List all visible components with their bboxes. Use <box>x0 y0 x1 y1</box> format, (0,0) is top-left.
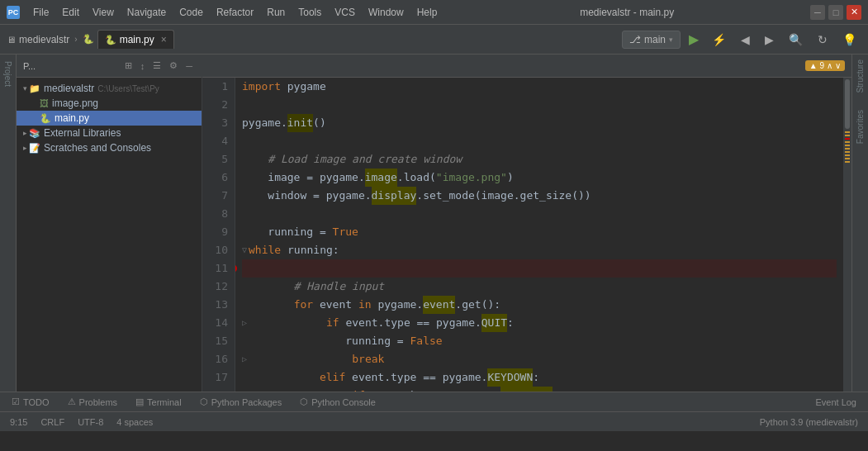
code-event-in: event <box>313 296 358 314</box>
kw-import: import <box>242 78 281 96</box>
png-icon: 🖼 <box>40 98 49 108</box>
warning-indicator-8 <box>845 158 850 159</box>
app-icon: PC <box>7 6 20 19</box>
code-image-assign: image = pygame. <box>242 169 365 187</box>
tab-problems[interactable]: ⚠ Problems <box>59 395 126 409</box>
menu-code[interactable]: Code <box>173 5 210 20</box>
code-line-5: # Load image and create window <box>242 150 837 169</box>
menu-vcs[interactable]: VCS <box>328 5 362 20</box>
status-bar: 9:15 CRLF UTF-8 4 spaces Python 3.9 (med… <box>0 411 868 431</box>
panel-title: P... <box>23 61 36 71</box>
todo-icon: ☑ <box>12 396 20 407</box>
back-button[interactable]: ◀ <box>736 31 755 48</box>
menu-tools[interactable]: Tools <box>292 5 328 20</box>
menu-navigate[interactable]: Navigate <box>121 5 173 20</box>
paren: () <box>313 114 326 132</box>
event-log-label: Event Log <box>815 397 856 407</box>
kw-break: break <box>352 350 384 368</box>
status-indent[interactable]: 4 spaces <box>113 417 156 427</box>
structure-strip-label[interactable]: Structure <box>854 55 866 98</box>
code-colon: : <box>507 314 514 332</box>
root-label: medievalstr <box>44 83 94 94</box>
maximize-button[interactable]: □ <box>828 5 843 20</box>
code-line-16: ▷ break <box>242 350 837 368</box>
window-controls: ─ □ ✕ <box>810 5 861 20</box>
code-colon2: : <box>533 368 539 387</box>
code-running-assign: running = <box>242 223 333 241</box>
panel-settings-btn[interactable]: ⚙ <box>167 59 180 72</box>
menu-view[interactable]: View <box>86 5 121 20</box>
warning-down-icon[interactable]: ∨ <box>835 61 841 70</box>
tree-external-libs[interactable]: ▸ 📚 External Libraries <box>17 126 202 140</box>
tab-event-log[interactable]: Event Log <box>807 396 865 409</box>
line-num-2: 2 <box>209 96 228 114</box>
menu-window[interactable]: Window <box>362 5 410 20</box>
code-line-8 <box>242 205 837 223</box>
plugin-button[interactable]: ⚡ <box>707 31 731 48</box>
tab-python-packages[interactable]: ⬡ Python Packages <box>192 395 291 409</box>
menu-run[interactable]: Run <box>260 5 292 20</box>
main-py-label: main.py <box>55 112 89 124</box>
favorites-strip-label[interactable]: Favorites <box>854 105 866 149</box>
forward-button[interactable]: ▶ <box>760 31 779 48</box>
close-button[interactable]: ✕ <box>847 5 861 20</box>
code-line-4 <box>242 132 837 150</box>
update-button[interactable]: ↻ <box>813 31 832 48</box>
panel-close-btn[interactable]: ─ <box>183 60 195 72</box>
menu-file[interactable]: File <box>26 5 55 20</box>
code-content[interactable]: import pygame pygame.init() # Load image… <box>235 78 843 392</box>
minimize-button[interactable]: ─ <box>810 5 825 20</box>
tree-root[interactable]: ▾ 📁 medievalstr C:\Users\Test\Py <box>17 81 202 96</box>
status-encoding[interactable]: UTF-8 <box>74 417 107 427</box>
status-line-ending[interactable]: CRLF <box>37 417 68 427</box>
code-if2-indent <box>249 387 352 392</box>
warning-indicator-6 <box>845 151 850 153</box>
run-button[interactable]: ▶ <box>685 30 702 49</box>
close-tab-icon[interactable]: × <box>161 34 167 45</box>
warning-badge[interactable]: ▲ 9 ∧ ∨ <box>805 60 845 71</box>
kw-elif: elif <box>320 368 345 387</box>
status-python-version[interactable]: Python 3.9 (medievalstr) <box>757 417 861 427</box>
branch-dropdown-icon: ▾ <box>669 36 673 44</box>
code-line-14: ▷ if event.type == pygame.QUIT: <box>242 314 837 332</box>
fold-icon-14[interactable]: ▷ <box>242 314 247 332</box>
project-name[interactable]: medievalstr <box>19 34 69 45</box>
project-panel: P... ⊞ ↕ ☰ ⚙ ─ ▾ 📁 medievalstr C:\Users\… <box>17 55 202 392</box>
code-line-13: for event in pygame.event.get(): <box>242 296 837 314</box>
code-pygame-event: pygame. <box>372 296 424 314</box>
panel-icon-btn-3[interactable]: ☰ <box>150 59 164 72</box>
fold-icon-18[interactable]: ▷ <box>242 387 247 392</box>
code-line-18: ▷ if event.key == pygame.K_ESCAPE: <box>242 387 837 392</box>
keydown-highlight: KEYDOWN <box>487 368 533 387</box>
panel-icon-btn-1[interactable]: ⊞ <box>122 59 135 72</box>
project-strip-label[interactable]: Project <box>2 58 14 90</box>
kw-true: True <box>333 223 358 241</box>
menu-refactor[interactable]: Refactor <box>210 5 260 20</box>
tab-python-console[interactable]: ⬡ Python Console <box>292 395 384 409</box>
code-for-indent <box>242 296 294 314</box>
idea-button[interactable]: 💡 <box>837 31 861 48</box>
tree-scratches[interactable]: ▸ 📝 Scratches and Consoles <box>17 140 202 155</box>
code-scrollbar[interactable] <box>843 78 851 392</box>
scratches-label: Scratches and Consoles <box>44 142 151 154</box>
breakpoint-marker[interactable] <box>235 264 237 273</box>
tree-image-png[interactable]: 🖼 image.png <box>17 96 202 111</box>
search-button[interactable]: 🔍 <box>784 31 808 48</box>
panel-icon-btn-2[interactable]: ↕ <box>138 60 148 72</box>
warning-indicator-9 <box>845 161 850 163</box>
code-event-key: event.key == pygame. <box>365 387 500 392</box>
tab-todo[interactable]: ☑ TODO <box>3 395 58 409</box>
fold-icon-16[interactable]: ▷ <box>242 350 247 368</box>
code-break-indent <box>249 350 352 368</box>
status-position[interactable]: 9:15 <box>7 417 31 427</box>
branch-selector[interactable]: ⎇ main ▾ <box>622 31 681 49</box>
tab-terminal[interactable]: ▤ Terminal <box>127 395 190 409</box>
menu-edit[interactable]: Edit <box>55 5 86 20</box>
scroll-thumb[interactable] <box>845 79 850 129</box>
branch-name: main <box>644 34 666 45</box>
menu-help[interactable]: Help <box>410 5 444 20</box>
warning-up-icon[interactable]: ∧ <box>827 61 832 70</box>
main-py-tab[interactable]: 🐍 main.py × <box>97 30 174 49</box>
line-num-18: 18 <box>209 387 228 392</box>
tree-main-py[interactable]: 🐍 main.py <box>17 111 202 126</box>
